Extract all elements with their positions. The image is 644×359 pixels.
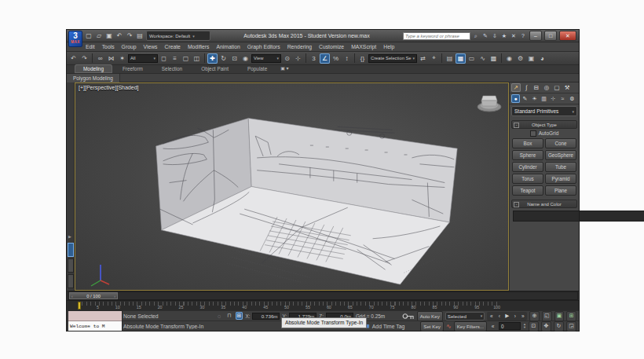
project-folder-icon[interactable]: ▤ [135, 31, 145, 41]
new-key-curve-icon[interactable]: ∿ [446, 323, 452, 330]
listener-macro-pane[interactable] [68, 311, 122, 321]
curve-editor-icon[interactable]: ∿ [478, 53, 488, 64]
name-and-color-rollout[interactable]: - Name and Color [511, 200, 577, 208]
named-selection-sets-dropdown[interactable]: Create Selection Se▾ [368, 54, 417, 63]
maxscript-mini-listener[interactable]: Welcome to M [68, 310, 123, 332]
orbit-icon[interactable]: ↻ [554, 321, 564, 332]
zoom-region-icon[interactable]: ⊡ [529, 321, 539, 332]
scene-explorer-icon[interactable]: ▤ [445, 53, 455, 64]
subtab-shapes[interactable]: ✎ [521, 94, 529, 103]
zoom-all-icon[interactable]: ◱ [542, 311, 552, 321]
ribbon-tab[interactable]: Populate [239, 64, 276, 73]
close-button[interactable]: ✕ [559, 31, 576, 41]
polygon-modeling-panel[interactable]: Polygon Modeling [67, 74, 120, 82]
select-manipulate-icon[interactable]: ⊹ [293, 53, 303, 64]
schematic-view-icon[interactable]: ▩ [488, 53, 499, 64]
material-editor-icon[interactable]: ◉ [504, 53, 514, 64]
subtab-systems[interactable]: ⚙ [568, 94, 576, 103]
ribbon-config-icon[interactable]: ▣ ▾ [277, 64, 291, 73]
search-icon[interactable]: ⌕ [472, 32, 480, 40]
undo-icon[interactable]: ↶ [68, 53, 79, 64]
undo-icon[interactable]: ↶ [115, 31, 124, 41]
coord-system-dropdown[interactable]: View▾ [251, 54, 281, 63]
new-scene-icon[interactable]: ▢ [84, 31, 93, 41]
menu-item[interactable]: Views [143, 44, 157, 49]
current-frame-field[interactable] [499, 322, 521, 330]
redo-icon[interactable]: ↷ [79, 53, 90, 64]
selection-filter-dropdown[interactable]: All▾ [128, 54, 158, 63]
open-file-icon[interactable]: ▱ [94, 31, 104, 41]
help-icon[interactable]: ? [519, 32, 527, 40]
menu-item[interactable]: Rendering [287, 44, 312, 49]
3ds-max-logo-icon[interactable]: 3MAX [68, 31, 82, 47]
menu-item[interactable]: Modifiers [188, 44, 210, 49]
maximize-viewport-icon[interactable]: ◲ [566, 321, 576, 332]
zoom-extents-icon[interactable]: ▣ [554, 311, 565, 321]
primitive-category-dropdown[interactable]: Standard Primitives▾ [511, 106, 577, 116]
spinner-snap-icon[interactable]: ↕ [342, 53, 352, 64]
zoom-icon[interactable]: ⊕ [529, 311, 540, 321]
ribbon-tab[interactable]: Modeling [75, 64, 112, 73]
layer-explorer-icon[interactable]: ▦ [456, 53, 466, 64]
tab-modify[interactable]: ∫ [521, 83, 531, 92]
percent-snap-icon[interactable]: % [331, 53, 341, 64]
minimize-button[interactable]: – [529, 31, 542, 41]
viewport-layout-tab[interactable] [68, 243, 74, 257]
select-by-name-icon[interactable]: ≡ [170, 53, 180, 64]
object-type-button[interactable]: Teapot [512, 185, 543, 196]
render-production-icon[interactable]: ◕ [537, 53, 547, 64]
object-type-button[interactable]: Tube [545, 162, 576, 172]
exchange-icon[interactable]: ✕ [510, 32, 518, 40]
tab-utilities[interactable]: ⚒ [562, 83, 572, 92]
rect-region-icon[interactable]: ▢ [181, 53, 191, 64]
ribbon-toggle-icon[interactable]: ▭ [467, 53, 477, 64]
favorites-icon[interactable]: ★ [500, 32, 508, 40]
previous-frame-icon[interactable]: ‹ [496, 312, 503, 321]
object-type-button[interactable]: Box [512, 138, 543, 148]
tab-display[interactable]: ▢ [552, 83, 562, 92]
layout-flyout-arrow-icon[interactable]: ▶ [68, 234, 71, 239]
track-bar[interactable]: 5101520253035404550556065707580859095100 [67, 300, 579, 310]
current-frame-marker[interactable] [78, 302, 81, 310]
window-crossing-icon[interactable]: ◫ [192, 53, 202, 64]
mirror-icon[interactable]: ⇄ [418, 53, 428, 64]
isolate-selection-icon[interactable]: ◌ [215, 312, 223, 320]
edit-named-sets-icon[interactable]: {} [357, 53, 368, 64]
play-icon[interactable]: ▶ [503, 312, 510, 321]
ribbon-tab[interactable]: Object Paint [192, 64, 237, 73]
viewport-layout-tab[interactable] [68, 274, 74, 288]
key-mode-dropdown[interactable]: Selected▾ [445, 312, 485, 321]
sign-in-icon[interactable]: ✎ [481, 32, 489, 40]
absolute-mode-icon[interactable]: ⊞ [236, 312, 243, 320]
menu-item[interactable]: Customize [319, 44, 344, 49]
object-type-rollout[interactable]: - Object Type [511, 120, 577, 129]
menu-item[interactable]: Create [165, 44, 181, 49]
select-rotate-icon[interactable]: ↻ [218, 53, 229, 64]
object-type-button[interactable]: GeoSphere [545, 150, 576, 160]
updates-icon[interactable]: ⇩ [491, 32, 499, 40]
subtab-geometry[interactable]: ● [511, 94, 520, 103]
set-keys-icon[interactable] [402, 311, 415, 321]
tab-motion[interactable]: ◎ [542, 83, 551, 92]
object-type-button[interactable]: Pyramid [545, 174, 576, 184]
tab-hierarchy[interactable]: ⊟ [532, 83, 541, 92]
menu-item[interactable]: Edit [86, 44, 95, 49]
set-key-button[interactable]: Set Key [420, 321, 444, 332]
select-place-icon[interactable]: ◉ [240, 53, 251, 64]
object-type-button[interactable]: Plane [545, 185, 576, 196]
frame-spinner[interactable]: ▲▼ [523, 323, 526, 329]
workspace-dropdown[interactable]: Workspace: Default▾ [146, 31, 210, 41]
unlink-icon[interactable]: ⋈ [106, 53, 116, 64]
object-type-button[interactable]: Cylinder [512, 162, 543, 172]
x-coordinate-field[interactable]: 0.736m [252, 313, 280, 320]
object-name-field[interactable] [513, 211, 644, 222]
select-move-icon[interactable]: ✚ [207, 53, 218, 64]
next-frame-icon[interactable]: › [511, 312, 518, 321]
align-icon[interactable]: ⌖ [429, 53, 439, 64]
time-slider-track[interactable]: ‹ 0 / 100 › [68, 291, 578, 300]
prev-frame-arrow-icon[interactable]: ‹ [71, 294, 73, 299]
select-link-icon[interactable]: ∞ [95, 53, 105, 64]
blueprint-box-object[interactable] [75, 83, 508, 290]
menu-item[interactable]: Animation [216, 44, 240, 49]
menu-item[interactable]: Graph Editors [247, 44, 280, 49]
